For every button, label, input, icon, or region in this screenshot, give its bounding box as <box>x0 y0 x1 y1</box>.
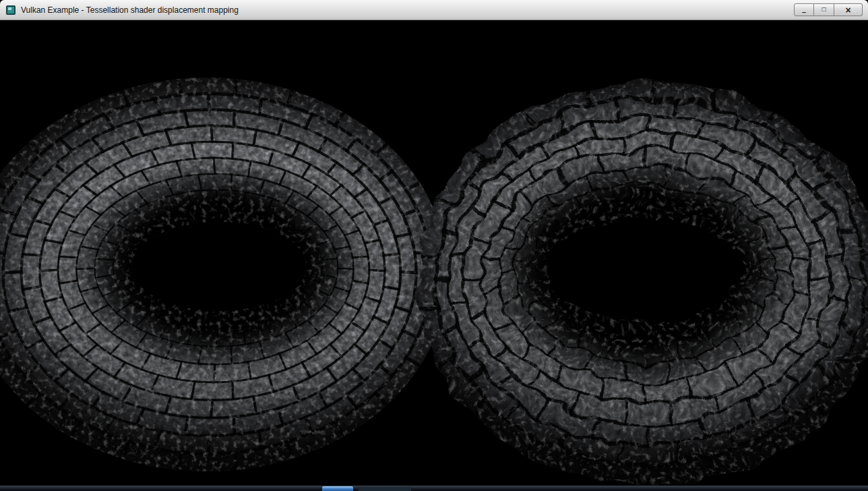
title-bar[interactable]: Vulkan Example - Tessellation shader dis… <box>0 0 868 20</box>
taskbar[interactable] <box>0 486 868 491</box>
render-viewport[interactable] <box>0 20 868 486</box>
close-icon: × <box>845 5 850 16</box>
maximize-icon: □ <box>822 5 826 13</box>
app-icon[interactable] <box>5 5 16 16</box>
torus-scene-svg <box>0 20 868 486</box>
window-title: Vulkan Example - Tessellation shader dis… <box>21 5 239 15</box>
screen: Vulkan Example - Tessellation shader dis… <box>0 0 868 491</box>
taskbar-active-button[interactable] <box>322 486 353 491</box>
minimize-icon: – <box>802 8 806 16</box>
minimize-button[interactable]: – <box>794 3 814 16</box>
caption-buttons: – □ × <box>794 3 863 16</box>
taskbar-button[interactable] <box>359 487 411 491</box>
close-button[interactable]: × <box>834 3 863 16</box>
maximize-button[interactable]: □ <box>814 3 834 16</box>
